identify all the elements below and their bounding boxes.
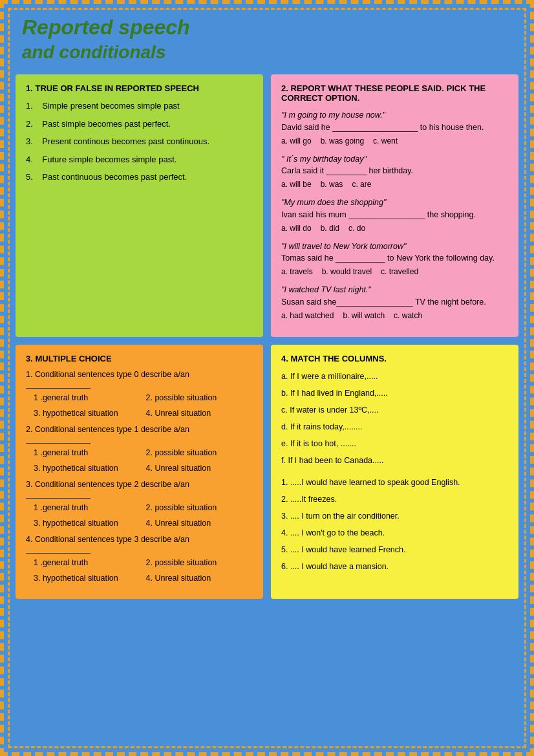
cond-q2: 2. Conditional sentences type 1 describe…	[26, 425, 253, 444]
cond-q1-options: 1 .general truth 2. possible situation 3…	[34, 391, 253, 420]
section4-header: 4. MATCH THE COLUMNS.	[281, 354, 508, 363]
cond-q4: 4. Conditional sentences type 3 describe…	[26, 535, 253, 554]
section-3-multiple-choice: 3. MULTIPLE CHOICE 1. Conditional senten…	[16, 345, 263, 599]
match-left-e: e. If it is too hot, .......	[281, 437, 508, 450]
section-1-trueFalse: 1. TRUE OR FALSE IN REPORTED SPEECH 1. S…	[16, 74, 263, 337]
match-left-f: f. If I had been to Canada.....	[281, 454, 508, 467]
section1-header: 1. TRUE OR FALSE IN REPORTED SPEECH	[26, 83, 253, 93]
section1-item-4: 4. Future simple becomes simple past.	[26, 153, 253, 166]
qa-item-3: "My mum does the shopping" Ivan said his…	[281, 197, 508, 234]
qa-item-2: " It´s my birthday today" Carla said it …	[281, 153, 508, 191]
section3-header: 3. MULTIPLE CHOICE	[26, 354, 253, 363]
match-right-3: 3. .... I turn on the air conditioner.	[281, 510, 508, 523]
match-left-d: d. If it rains today,........	[281, 420, 508, 433]
section-2-reported-speech: 2. REPORT WHAT THESE PEOPLE SAID. PICK T…	[271, 74, 518, 337]
qa-item-5: "I watched TV last night." Susan said sh…	[281, 284, 508, 321]
match-right-1: 1. .....I would have learned to speak go…	[281, 476, 508, 489]
match-right-4: 4. .... I won't go to the beach.	[281, 526, 508, 539]
page-subtitle: and conditionals	[22, 42, 518, 63]
cond-q4-options: 1 .general truth 2. possible situation 3…	[34, 556, 253, 585]
cond-q2-options: 1 .general truth 2. possible situation 3…	[34, 446, 253, 475]
match-right-6: 6. .... I would have a mansion.	[281, 560, 508, 573]
section2-header: 2. REPORT WHAT THESE PEOPLE SAID. PICK T…	[281, 83, 508, 103]
cond-q3: 3. Conditional sentences type 2 describe…	[26, 480, 253, 499]
match-right-2: 2. .....It freezes.	[281, 493, 508, 506]
match-left-a: a. If I were a millionaire,.....	[281, 370, 508, 383]
section1-item-5: 5. Past continuous becomes past perfect.	[26, 171, 253, 184]
qa-item-4: "I will travel to New York tomorrow" Tom…	[281, 241, 508, 278]
section-4-match-columns: 4. MATCH THE COLUMNS. a. If I were a mil…	[271, 345, 518, 599]
section1-item-3: 3. Present continous becomes past contin…	[26, 135, 253, 148]
qa-item-1: "I m going to my house now." David said …	[281, 109, 508, 147]
match-right-5: 5. .... I would have learned French.	[281, 543, 508, 556]
section1-item-2: 2. Past simple becomes past perfect.	[26, 118, 253, 131]
cond-q1: 1. Conditional sentences type 0 describe…	[26, 370, 253, 389]
section1-item-1: 1. Simple present becomes simple past	[26, 100, 253, 113]
match-left-c: c. If water is under 13ºC,....	[281, 404, 508, 416]
match-left-b: b. If I had lived in England,.....	[281, 387, 508, 400]
cond-q3-options: 1 .general truth 2. possible situation 3…	[34, 501, 253, 530]
page-title: Reported speech	[22, 16, 518, 39]
